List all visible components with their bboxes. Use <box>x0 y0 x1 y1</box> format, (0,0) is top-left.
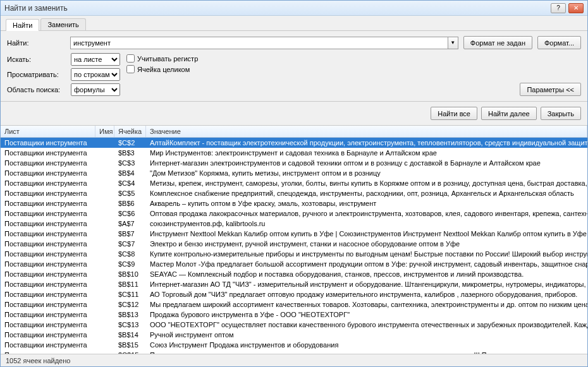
window-title: Найти и заменить <box>4 4 551 13</box>
table-row[interactable]: Поставщики инструмента$C$5Комплексное сн… <box>1 188 587 198</box>
status-count: 1052 ячеек найдено <box>6 357 70 364</box>
help-button[interactable]: ? <box>551 3 566 13</box>
table-row[interactable]: Поставщики инструмента$C$9Мастер Молот -… <box>1 259 587 269</box>
search-in-select[interactable]: на листе <box>71 53 120 66</box>
scan-label: Просматривать: <box>7 71 67 78</box>
find-next-button[interactable]: Найти далее <box>481 107 537 120</box>
table-row[interactable]: Поставщики инструмента$B$6Акварель – куп… <box>1 198 587 208</box>
table-row[interactable]: Поставщики инструмента$B$13Продажа буров… <box>1 310 587 320</box>
find-replace-dialog: Найти и заменить ? ✕ Найти Заменить Найт… <box>0 0 588 367</box>
table-row[interactable]: Поставщики инструмента$C$6Оптовая продаж… <box>1 208 587 219</box>
table-row[interactable]: Поставщики инструмента$C$11АО Торговый д… <box>1 289 587 299</box>
table-row[interactable]: Поставщики инструмента$A$7союзинструмент… <box>1 219 587 229</box>
results-grid: Лист Имя Ячейка Значение Поставщики инст… <box>1 126 587 354</box>
look-in-label: Область поиска: <box>7 86 67 93</box>
tab-find[interactable]: Найти <box>6 19 39 31</box>
format-status-button[interactable]: Формат не задан <box>463 36 532 49</box>
scan-select[interactable]: по строкам <box>71 68 120 81</box>
find-label: Найти: <box>7 39 65 47</box>
table-row[interactable]: Поставщики инструмента$C$4Метизы, крепеж… <box>1 178 587 188</box>
action-buttons: Найти все Найти далее Закрыть <box>1 102 587 126</box>
col-header-value[interactable]: Значение <box>146 126 587 137</box>
table-row[interactable]: Поставщики инструмента$C$2АлтайКомплект … <box>1 138 587 148</box>
table-row[interactable]: Поставщики инструмента$B$11Интернет-мага… <box>1 279 587 289</box>
match-case-checkbox[interactable]: Учитывать регистр <box>126 54 198 63</box>
col-header-cell[interactable]: Ячейка <box>114 126 146 137</box>
grid-body[interactable]: Поставщики инструмента$C$2АлтайКомплект … <box>1 138 587 354</box>
col-header-name[interactable]: Имя <box>95 126 114 137</box>
titlebar: Найти и заменить ? ✕ <box>1 1 587 16</box>
table-row[interactable]: Поставщики инструмента$B$15Союз Инструме… <box>1 340 587 350</box>
close-window-button[interactable]: ✕ <box>568 3 584 13</box>
table-row[interactable]: Поставщики инструмента$C$12Мы предлагаем… <box>1 299 587 310</box>
table-row[interactable]: Поставщики инструмента$B$14Ручной инстру… <box>1 330 587 340</box>
find-all-button[interactable]: Найти все <box>431 107 477 120</box>
table-row[interactable]: Поставщики инструмента$C$13ООО "НЕОТЕХТО… <box>1 320 587 330</box>
table-row[interactable]: Поставщики инструмента$C$3Интернет-магаз… <box>1 158 587 168</box>
table-row[interactable]: Поставщики инструмента$C$7Электро и бенз… <box>1 239 587 249</box>
format-button[interactable]: Формат... <box>537 36 581 49</box>
look-in-select[interactable]: формулы <box>71 83 120 96</box>
statusbar: 1052 ячеек найдено <box>1 354 587 366</box>
parameters-button[interactable]: Параметры << <box>520 83 581 96</box>
grid-header: Лист Имя Ячейка Значение <box>1 126 587 138</box>
search-input[interactable] <box>70 37 448 49</box>
table-row[interactable]: Поставщики инструмента$B$3Мир Инструмент… <box>1 148 587 158</box>
search-in-label: Искать: <box>7 56 67 63</box>
table-row[interactable]: Поставщики инструмента$B$10SEAYAC — Комп… <box>1 269 587 279</box>
search-dropdown-icon[interactable]: ▼ <box>448 37 458 49</box>
tabs: Найти Заменить <box>1 16 587 31</box>
match-whole-checkbox[interactable]: Ячейка целиком <box>126 65 198 73</box>
tab-replace[interactable]: Заменить <box>40 18 85 30</box>
table-row[interactable]: Поставщики инструмента$B$7Инструмент Nex… <box>1 229 587 239</box>
table-row[interactable]: Поставщики инструмента$C$8Купите контрол… <box>1 249 587 259</box>
col-header-sheet[interactable]: Лист <box>1 126 95 137</box>
table-row[interactable]: Поставщики инструмента$B$4"Дом Метизов" … <box>1 168 587 178</box>
search-form: Найти: ▼ Формат не задан Формат... Искат… <box>1 31 587 102</box>
close-button[interactable]: Закрыть <box>541 107 581 120</box>
